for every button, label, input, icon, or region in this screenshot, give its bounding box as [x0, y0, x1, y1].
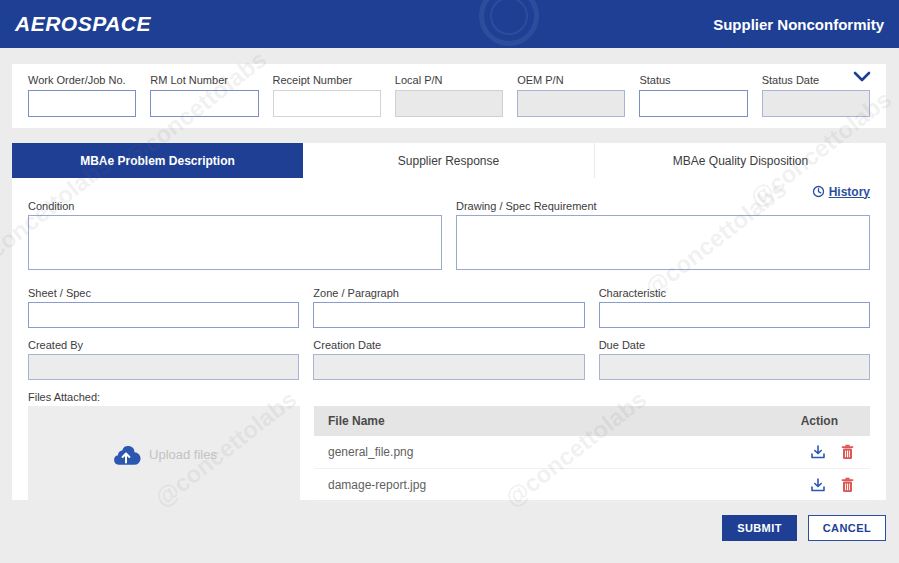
field-receipt-number: Receipt Number — [273, 74, 381, 128]
zone-paragraph-label: Zone / Paragraph — [313, 287, 584, 302]
emblem-watermark-icon — [479, 0, 539, 46]
due-date-label: Due Date — [599, 339, 870, 354]
status-input[interactable] — [639, 90, 747, 117]
field-label: Local P/N — [395, 74, 503, 86]
status-date-input — [762, 90, 870, 117]
tab-bar: MBAe Problem Description Supplier Respon… — [12, 143, 886, 178]
receipt-number-input[interactable] — [273, 90, 381, 117]
characteristic-label: Characteristic — [599, 287, 870, 302]
history-link[interactable]: History — [812, 183, 870, 200]
condition-textarea[interactable] — [28, 215, 442, 270]
tab-supplier-response[interactable]: Supplier Response — [303, 143, 595, 178]
files-attached-label: Files Attached: — [28, 391, 870, 406]
clock-icon — [812, 185, 825, 198]
submit-button[interactable]: SUBMIT — [722, 515, 797, 541]
condition-label: Condition — [28, 200, 442, 215]
field-label: OEM P/N — [517, 74, 625, 86]
file-row: general_file.png — [314, 436, 870, 469]
col-file-name: File Name — [328, 414, 385, 428]
tab-quality-disposition[interactable]: MBAe Quality Disposition — [595, 143, 886, 178]
sheet-spec-label: Sheet / Spec — [28, 287, 299, 302]
field-label: Status — [639, 74, 747, 86]
drawing-spec-label: Drawing / Spec Requirement — [456, 200, 870, 215]
due-date-input — [599, 354, 870, 380]
action-bar: SUBMIT CANCEL — [722, 515, 886, 541]
tab-problem-description[interactable]: MBAe Problem Description — [12, 143, 303, 178]
field-rm-lot: RM Lot Number — [150, 74, 258, 128]
upload-dropzone[interactable]: Upload files — [28, 406, 300, 502]
page-title: Supplier Nonconformity — [713, 16, 884, 33]
delete-icon[interactable] — [840, 477, 856, 493]
brand-logo: AEROSPACE — [15, 12, 151, 36]
field-label: Receipt Number — [273, 74, 381, 86]
creation-date-input — [313, 354, 584, 380]
upload-label: Upload files — [149, 447, 217, 462]
col-action: Action — [801, 414, 856, 428]
history-label: History — [829, 185, 870, 199]
file-table: File Name Action general_file.png damage… — [314, 406, 870, 502]
download-icon[interactable] — [810, 477, 826, 493]
file-row: damage-report.jpg — [314, 469, 870, 502]
created-by-label: Created By — [28, 339, 299, 354]
cloud-upload-icon — [111, 443, 141, 465]
zone-paragraph-input[interactable] — [313, 302, 584, 328]
field-local-pn: Local P/N — [395, 74, 503, 128]
app-header: AEROSPACE Supplier Nonconformity — [0, 0, 899, 48]
rm-lot-input[interactable] — [150, 90, 258, 117]
field-status: Status — [639, 74, 747, 128]
file-name: general_file.png — [328, 445, 413, 459]
field-oem-pn: OEM P/N — [517, 74, 625, 128]
oem-pn-input — [517, 90, 625, 117]
creation-date-label: Creation Date — [313, 339, 584, 354]
chevron-up-collapse-icon[interactable] — [852, 69, 872, 85]
field-work-order: Work Order/Job No. — [28, 74, 136, 128]
problem-description-panel: History Condition Drawing / Spec Require… — [12, 178, 886, 500]
sheet-spec-input[interactable] — [28, 302, 299, 328]
file-table-header: File Name Action — [314, 406, 870, 436]
characteristic-input[interactable] — [599, 302, 870, 328]
field-label: Work Order/Job No. — [28, 74, 136, 86]
download-icon[interactable] — [810, 444, 826, 460]
created-by-input — [28, 354, 299, 380]
cancel-button[interactable]: CANCEL — [808, 515, 886, 541]
work-order-input[interactable] — [28, 90, 136, 117]
local-pn-input — [395, 90, 503, 117]
field-label: RM Lot Number — [150, 74, 258, 86]
filter-panel: Work Order/Job No. RM Lot Number Receipt… — [12, 64, 886, 128]
drawing-spec-textarea[interactable] — [456, 215, 870, 270]
file-name: damage-report.jpg — [328, 478, 426, 492]
delete-icon[interactable] — [840, 444, 856, 460]
